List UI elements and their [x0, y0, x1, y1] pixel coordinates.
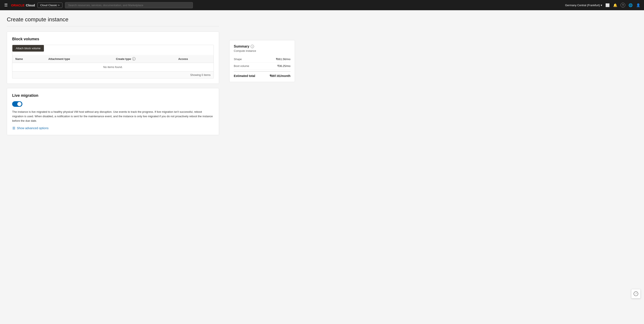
main-content: Create compute instance Block volumes At… [0, 10, 226, 324]
create-type-info-icon[interactable]: i [132, 57, 136, 60]
bell-icon[interactable]: 🔔 [613, 3, 618, 8]
summary-total-value: ₹697.81/month [270, 74, 290, 78]
top-navigation: ☰ ORACLE Cloud Cloud Classic > Germany C… [0, 0, 644, 10]
page-container: Create compute instance Block volumes At… [0, 10, 644, 324]
summary-shape-label: Shape [234, 58, 242, 61]
column-access: Access [175, 55, 214, 63]
block-volumes-table-container: Attach block volume Name Attachment type… [12, 45, 214, 78]
user-avatar[interactable]: 👤 [636, 3, 640, 8]
svg-text:?: ? [635, 292, 636, 295]
region-chevron-icon: ▾ [601, 4, 602, 7]
summary-boot-volume-row: Boot volume ₹36.25/mo [234, 63, 290, 70]
live-migration-description: The instance is live migrated to a healt… [12, 110, 214, 123]
table-empty-row: No items found. [12, 63, 214, 72]
block-volumes-table: Name Attachment type Create type i Acces… [12, 55, 214, 72]
summary-boot-volume-label: Boot volume [234, 64, 249, 68]
help-widget-icon: ? [634, 292, 638, 296]
summary-info-icon[interactable]: i [250, 45, 254, 48]
nav-right-section: Germany Central (Frankfurt) ▾ ⬜ 🔔 ? 🌐 👤 [565, 3, 640, 8]
summary-shape-value: ₹661.56/mo [276, 58, 290, 61]
help-widget-button[interactable]: ? [631, 289, 640, 298]
attach-block-volume-button[interactable]: Attach block volume [12, 45, 44, 52]
live-migration-section: Live migration The instance is live migr… [7, 88, 219, 135]
svg-point-1 [14, 127, 14, 128]
empty-message: No items found. [12, 63, 214, 72]
block-volumes-title: Block volumes [12, 37, 214, 41]
global-search-input[interactable] [65, 2, 193, 8]
column-create-type: Create type i [113, 55, 176, 63]
create-type-header: Create type i [116, 57, 136, 60]
live-migration-toggle-container [12, 101, 214, 107]
cloud-text: Cloud [26, 4, 35, 7]
globe-icon[interactable]: 🌐 [628, 3, 633, 8]
show-advanced-label: Show advanced options [17, 126, 48, 130]
summary-total-label: Estimated total [234, 74, 255, 78]
region-label: Germany Central (Frankfurt) [565, 4, 600, 7]
oracle-logo: ORACLE Cloud [11, 4, 35, 7]
summary-panel: Summary i Compute instance Shape ₹661.56… [229, 40, 295, 82]
advanced-options-icon [12, 126, 16, 130]
live-migration-toggle[interactable] [12, 101, 22, 107]
oracle-text: ORACLE [11, 4, 24, 7]
show-advanced-options-link[interactable]: Show advanced options [12, 126, 214, 130]
hamburger-menu-icon[interactable]: ☰ [4, 2, 8, 8]
summary-title: Summary [234, 44, 249, 48]
live-migration-title: Live migration [12, 93, 214, 98]
svg-point-2 [14, 129, 14, 130]
summary-subtitle: Compute instance [234, 49, 290, 52]
region-selector[interactable]: Germany Central (Frankfurt) ▾ [565, 4, 602, 7]
table-header-row: Name Attachment type Create type i Acces… [12, 55, 214, 63]
column-attachment-type: Attachment type [46, 55, 113, 63]
page-title: Create compute instance [7, 16, 219, 26]
summary-shape-row: Shape ₹661.56/mo [234, 56, 290, 63]
summary-boot-volume-value: ₹36.25/mo [277, 64, 290, 68]
summary-total-row: Estimated total ₹697.81/month [234, 71, 290, 78]
summary-title-row: Summary i [234, 44, 290, 48]
terminal-icon[interactable]: ⬜ [605, 3, 610, 8]
cloud-classic-button[interactable]: Cloud Classic > [38, 2, 62, 8]
column-name: Name [12, 55, 46, 63]
help-icon[interactable]: ? [620, 3, 625, 8]
svg-point-0 [14, 128, 14, 128]
sidebar-panel: Summary i Compute instance Shape ₹661.56… [226, 10, 298, 324]
block-volumes-section: Block volumes Attach block volume Name A… [7, 32, 219, 84]
table-footer: Showing 0 items [12, 72, 214, 78]
toggle-slider [12, 101, 22, 107]
